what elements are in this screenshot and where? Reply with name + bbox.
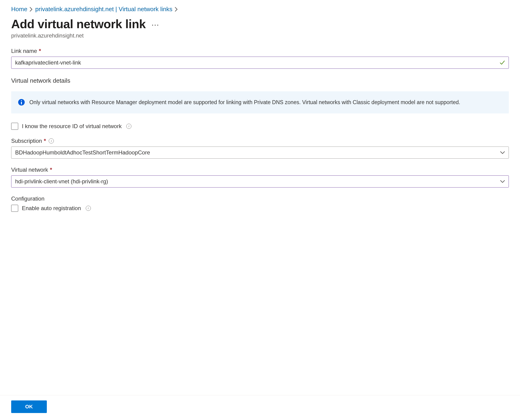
info-banner-text: Only virtual networks with Resource Mana… <box>29 98 460 106</box>
footer: OK <box>0 395 520 420</box>
configuration-label: Configuration <box>11 195 509 202</box>
chevron-down-icon <box>500 178 505 185</box>
info-circle-icon[interactable]: i <box>86 206 91 211</box>
breadcrumb-parent[interactable]: privatelink.azurehdinsight.net | Virtual… <box>35 6 172 13</box>
breadcrumb-home[interactable]: Home <box>11 6 27 13</box>
info-icon <box>18 99 25 105</box>
subscription-label: Subscription * i <box>11 138 509 144</box>
info-circle-icon[interactable]: i <box>126 124 131 129</box>
required-indicator: * <box>39 48 41 54</box>
know-resource-id-label: I know the resource ID of virtual networ… <box>22 123 122 129</box>
page-subtitle: privatelink.azurehdinsight.net <box>11 32 509 39</box>
link-name-label: Link name * <box>11 48 509 54</box>
enable-auto-registration-label: Enable auto registration <box>22 205 81 211</box>
ok-button[interactable]: OK <box>11 400 47 413</box>
info-banner: Only virtual networks with Resource Mana… <box>11 91 509 113</box>
virtual-network-dropdown[interactable]: hdi-privlink-client-vnet (hdi-privlink-r… <box>11 175 509 188</box>
required-indicator: * <box>44 138 46 144</box>
svg-point-2 <box>157 25 158 26</box>
virtual-network-label: Virtual network * <box>11 166 509 173</box>
chevron-down-icon <box>500 149 505 156</box>
info-circle-icon[interactable]: i <box>49 138 54 143</box>
more-icon[interactable] <box>152 22 159 26</box>
svg-point-1 <box>155 25 156 26</box>
know-resource-id-checkbox[interactable] <box>11 123 18 130</box>
svg-point-0 <box>152 25 153 26</box>
breadcrumb: Home privatelink.azurehdinsight.net | Vi… <box>11 6 509 13</box>
enable-auto-registration-checkbox[interactable] <box>11 205 18 212</box>
checkmark-icon <box>499 60 505 66</box>
subscription-value: BDHadoopHumboldtAdhocTestShortTermHadoop… <box>15 149 150 156</box>
chevron-right-icon <box>175 7 178 12</box>
section-vnet-details: Virtual network details <box>11 77 509 84</box>
chevron-right-icon <box>30 7 33 12</box>
link-name-input[interactable] <box>11 57 509 69</box>
page-title: Add virtual network link <box>11 17 146 31</box>
virtual-network-value: hdi-privlink-client-vnet (hdi-privlink-r… <box>15 178 108 185</box>
subscription-dropdown[interactable]: BDHadoopHumboldtAdhocTestShortTermHadoop… <box>11 147 509 159</box>
required-indicator: * <box>50 166 52 173</box>
